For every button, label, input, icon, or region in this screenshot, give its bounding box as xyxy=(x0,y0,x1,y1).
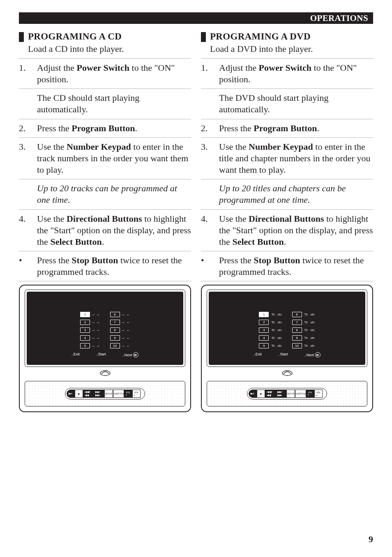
section-header-label: OPERATIONS xyxy=(310,12,368,24)
cd-intro: Load a CD into the player. xyxy=(28,44,124,54)
section-marker-icon xyxy=(201,32,206,42)
stop-button[interactable]: ■ xyxy=(75,390,83,398)
next-icon xyxy=(133,352,138,357)
hinge-icon xyxy=(207,367,367,378)
vol-up-button[interactable]: VOL ▴ xyxy=(132,390,141,398)
dvd-step-4: 4. Use the Directional Buttons to highli… xyxy=(201,209,373,251)
speaker-plate: ▶ıı ■ ı◀◀/◀◀ ▶▶/▶▶ı SETUP SUBTITLE VOL ▾… xyxy=(25,381,185,406)
control-button-strip: ▶ıı ■ ı◀◀/◀◀ ▶▶/▶▶ı SETUP SUBTITLE VOL ▾… xyxy=(65,388,145,399)
cd-sub-3: Up to 20 tracks can be programmed at one… xyxy=(19,179,191,209)
play-pause-button[interactable]: ▶ıı xyxy=(67,390,75,398)
dvd-program-osd: 1Tt:ch: 2Tt:ch: 3Tt:ch: 4Tt:ch: 5Tt:ch: … xyxy=(209,292,365,365)
forward-button[interactable]: ▶▶/▶▶ı xyxy=(94,390,104,398)
section-header-bar: OPERATIONS xyxy=(19,12,373,24)
cd-device-illustration: 1– – 2– – 3– – 4– – 5– – 6– – 7– – 8– – … xyxy=(19,285,191,412)
dvd-sub-3: Up to 20 titles and chapters can be prog… xyxy=(201,179,373,209)
subtitle-button[interactable]: SUBTITLE xyxy=(113,390,124,398)
cd-step-1: 1. Adjust the Power Switch to the "ON" p… xyxy=(19,58,191,88)
osd-next: ..Next xyxy=(304,352,321,357)
play-pause-button[interactable]: ▶ıı xyxy=(249,390,257,398)
setup-button[interactable]: SETUP xyxy=(286,390,295,398)
rewind-button[interactable]: ı◀◀/◀◀ xyxy=(83,390,94,398)
dvd-column: PROGRAMING A DVD Load a DVD into the pla… xyxy=(201,31,373,412)
setup-button[interactable]: SETUP xyxy=(104,390,113,398)
dvd-sub-1: The DVD should start playing automatical… xyxy=(201,88,373,118)
dvd-step-3: 3. Use the Number Keypad to enter in the… xyxy=(201,137,373,179)
page-number: 9 xyxy=(369,534,373,545)
osd-start: ..Start xyxy=(278,352,288,357)
hinge-icon xyxy=(25,367,185,378)
section-marker-icon xyxy=(19,32,24,42)
next-icon xyxy=(315,352,321,357)
subtitle-button[interactable]: SUBTITLE xyxy=(295,390,306,398)
cd-step-4: 4. Use the Directional Buttons to highli… xyxy=(19,209,191,251)
vol-up-button[interactable]: VOL ▴ xyxy=(314,390,323,398)
cd-column: PROGRAMING A CD Load a CD into the playe… xyxy=(19,31,191,412)
dvd-bullet: • Press the Stop Button twice to reset t… xyxy=(201,251,373,281)
forward-button[interactable]: ▶▶/▶▶ı xyxy=(276,390,286,398)
stop-button[interactable]: ■ xyxy=(257,390,265,398)
cd-title: PROGRAMING A CD xyxy=(28,31,124,42)
dvd-step-2: 2. Press the Program Button. xyxy=(201,119,373,137)
control-button-strip: ▶ıı ■ ı◀◀/◀◀ ▶▶/▶▶ı SETUP SUBTITLE VOL ▾… xyxy=(247,388,327,399)
dvd-title: PROGRAMING A DVD xyxy=(210,31,313,42)
osd-exit: ..Exit xyxy=(254,352,262,357)
dvd-intro: Load a DVD into the player. xyxy=(210,44,313,54)
cd-step-2: 2. Press the Program Button. xyxy=(19,119,191,137)
osd-next: ..Next xyxy=(122,352,139,357)
speaker-plate: ▶ıı ■ ı◀◀/◀◀ ▶▶/▶▶ı SETUP SUBTITLE VOL ▾… xyxy=(207,381,367,406)
dvd-step-1: 1. Adjust the Power Switch to the "ON" p… xyxy=(201,58,373,88)
dvd-device-illustration: 1Tt:ch: 2Tt:ch: 3Tt:ch: 4Tt:ch: 5Tt:ch: … xyxy=(201,285,373,412)
vol-down-button[interactable]: VOL ▾ xyxy=(124,390,132,398)
svg-point-0 xyxy=(100,371,110,376)
rewind-button[interactable]: ı◀◀/◀◀ xyxy=(265,390,276,398)
cd-step-3: 3. Use the Number Keypad to enter in the… xyxy=(19,137,191,179)
svg-point-1 xyxy=(282,371,292,376)
osd-exit: ..Exit xyxy=(71,352,80,357)
cd-program-osd: 1– – 2– – 3– – 4– – 5– – 6– – 7– – 8– – … xyxy=(27,292,183,365)
vol-down-button[interactable]: VOL ▾ xyxy=(306,390,314,398)
cd-sub-1: The CD should start playing automaticall… xyxy=(19,88,191,118)
osd-start: ..Start xyxy=(96,352,106,357)
cd-bullet: • Press the Stop Button twice to reset t… xyxy=(19,251,191,281)
